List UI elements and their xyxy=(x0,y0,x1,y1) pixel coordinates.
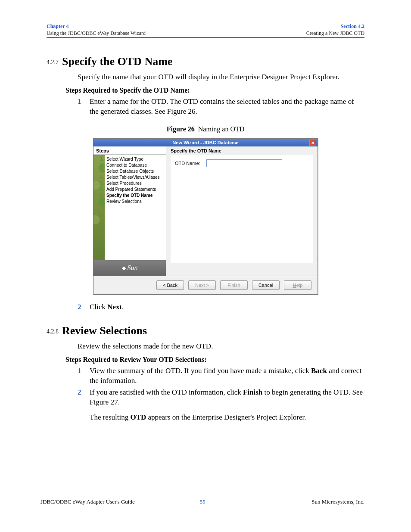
wizard-step: 1.Select Wizard Type xyxy=(99,156,164,162)
wizard-step: 3.Select Database Objects xyxy=(99,168,164,174)
panel-caption: Specify the OTD Name xyxy=(171,148,313,155)
section-heading-427: 4.2.7Specify the OTD Name xyxy=(47,55,364,68)
steps-pane: Steps 1.Select Wizard Type 2.Connect to … xyxy=(93,146,166,276)
page-header: Chapter 4 Using the JDBC/ODBC eWay Datab… xyxy=(47,23,364,37)
wizard-step: 6.Add Prepared Statements xyxy=(99,187,164,193)
section-intro-2: Review the selections made for the new O… xyxy=(78,342,364,352)
page-footer: JDBC/ODBC eWay Adapter User's Guide 55 S… xyxy=(40,498,364,505)
next-button[interactable]: Next > xyxy=(188,280,216,290)
finish-button[interactable]: Finish xyxy=(220,280,248,290)
wizard-step: 2.Connect to Database xyxy=(99,162,164,168)
back-button[interactable]: < Back xyxy=(156,280,184,290)
steps-heading: Steps Required to Specify the OTD Name: xyxy=(65,87,364,94)
section-subtitle: Creating a New JDBC OTD xyxy=(306,30,364,37)
chapter-subtitle: Using the JDBC/ODBC eWay Database Wizard xyxy=(47,30,146,37)
figure-caption: Figure 26 Naming an OTD xyxy=(47,125,364,133)
review-step-1: View the summary of the OTD. If you find… xyxy=(78,366,364,386)
section-heading-428: 4.2.8Review Selections xyxy=(47,324,364,337)
dialog-titlebar: New Wizard - JDBC Database ✕ xyxy=(93,139,318,146)
wizard-step-current: 7.Specify the OTD Name xyxy=(99,193,164,199)
step-2: Click Next. xyxy=(78,302,364,312)
button-row: < Back Next > Finish Cancel Help xyxy=(93,276,318,294)
close-icon[interactable]: ✕ xyxy=(309,140,316,146)
wizard-step: 8.Review Selections xyxy=(99,199,164,205)
dialog-title: New Wizard - JDBC Database xyxy=(172,140,238,145)
steps-label: Steps xyxy=(93,146,166,155)
otd-name-label: OTD Name: xyxy=(175,161,200,166)
section-link[interactable]: Section 4.2 xyxy=(341,23,364,29)
chapter-link[interactable]: Chapter 4 xyxy=(47,23,68,29)
footer-right: Sun Microsystems, Inc. xyxy=(311,498,364,505)
review-step-2: If you are satisfied with the OTD inform… xyxy=(78,388,364,423)
otd-name-input[interactable] xyxy=(206,159,282,167)
steps-heading-2: Steps Required to Review Your OTD Select… xyxy=(65,356,364,364)
content-pane: Specify the OTD Name OTD Name: xyxy=(166,146,318,276)
wizard-dialog: New Wizard - JDBC Database ✕ Steps 1.Sel… xyxy=(93,138,318,295)
cancel-button[interactable]: Cancel xyxy=(252,280,280,290)
header-rule xyxy=(47,37,364,38)
step-1: Enter a name for the OTD. The OTD contai… xyxy=(78,97,364,117)
wizard-step: 5.Select Procedures xyxy=(99,180,164,187)
wizard-step: 4.Select Tables/Views/Aliases xyxy=(99,174,164,180)
help-button[interactable]: Help xyxy=(284,280,311,290)
section-intro: Specify the name that your OTD will disp… xyxy=(78,72,364,82)
sun-logo: Sun xyxy=(93,260,166,276)
